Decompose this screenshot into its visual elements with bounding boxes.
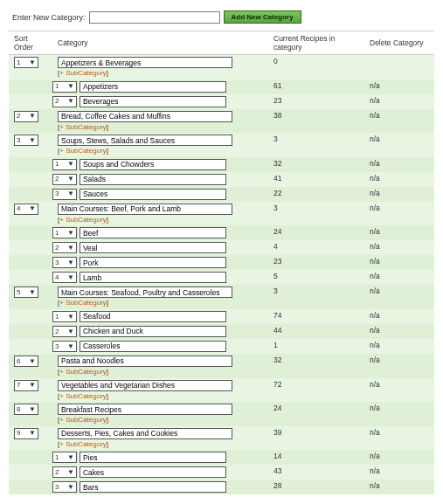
sort-order-select[interactable]: 2▼ <box>52 96 77 107</box>
chevron-down-icon: ▼ <box>67 97 74 106</box>
sort-order-select[interactable]: 2▼ <box>52 326 77 337</box>
sort-order-select[interactable]: 5▼ <box>14 287 38 298</box>
sort-order-select[interactable]: 3▼ <box>52 257 77 268</box>
subcategory-row: 3▼ 23 n/a <box>9 255 434 270</box>
add-subcategory-link[interactable]: [+ SubCategory] <box>58 416 108 424</box>
delete-cell[interactable]: n/a <box>370 257 380 266</box>
category-row: 6▼ [+ SubCategory] 32 n/a <box>9 354 434 378</box>
add-subcategory-link[interactable]: [+ SubCategory] <box>58 368 108 376</box>
add-subcategory-link[interactable]: [+ SubCategory] <box>58 147 108 155</box>
delete-cell[interactable]: n/a <box>370 81 380 90</box>
category-name-input[interactable] <box>58 356 232 367</box>
sort-order-select[interactable]: 3▼ <box>52 481 77 493</box>
category-name-input[interactable] <box>58 287 232 298</box>
sort-order-select[interactable]: 1▼ <box>52 227 77 238</box>
sort-order-select[interactable]: 8▼ <box>14 404 38 415</box>
recipe-count: 43 <box>273 466 281 475</box>
subcategory-name-input[interactable] <box>80 96 226 107</box>
chevron-down-icon: ▼ <box>67 160 74 169</box>
recipe-count: 23 <box>273 257 281 266</box>
delete-cell[interactable]: n/a <box>370 356 380 364</box>
delete-cell[interactable]: n/a <box>370 159 380 168</box>
delete-cell[interactable]: n/a <box>370 481 380 490</box>
chevron-down-icon: ▼ <box>67 483 74 492</box>
delete-cell[interactable]: n/a <box>370 311 380 320</box>
sort-order-select[interactable]: 3▼ <box>52 189 77 200</box>
subcategory-name-input[interactable] <box>80 189 226 200</box>
recipe-count: 41 <box>273 174 281 183</box>
subcategory-name-input[interactable] <box>80 466 226 478</box>
subcategory-name-input[interactable] <box>80 452 226 463</box>
add-subcategory-link[interactable]: [+ SubCategory] <box>58 440 108 448</box>
category-row: 8▼ [+ SubCategory] 24 n/a <box>9 402 434 426</box>
delete-cell[interactable]: n/a <box>370 341 380 349</box>
subcategory-row: 2▼ 23 n/a <box>9 94 434 109</box>
delete-cell[interactable]: n/a <box>370 111 380 120</box>
subcategory-name-input[interactable] <box>80 257 226 268</box>
sort-order-select[interactable]: 1▼ <box>52 311 77 322</box>
chevron-down-icon: ▼ <box>29 288 36 297</box>
delete-cell[interactable]: n/a <box>370 466 380 475</box>
subcategory-name-input[interactable] <box>80 481 226 493</box>
delete-cell[interactable]: n/a <box>370 227 380 236</box>
delete-cell[interactable]: n/a <box>370 135 380 143</box>
sort-order-select[interactable]: 6▼ <box>14 356 38 367</box>
subcategory-name-input[interactable] <box>80 227 226 238</box>
delete-cell[interactable]: n/a <box>370 96 380 105</box>
add-subcategory-link[interactable]: [+ SubCategory] <box>58 69 108 77</box>
sort-order-select[interactable]: 4▼ <box>14 204 38 215</box>
subcategory-name-input[interactable] <box>80 311 226 322</box>
add-new-category-button[interactable]: Add New Category <box>224 10 301 24</box>
sort-order-select[interactable]: 1▼ <box>52 159 77 170</box>
delete-cell[interactable]: n/a <box>370 272 380 280</box>
subcategory-name-input[interactable] <box>80 272 226 283</box>
sort-order-select[interactable]: 1▼ <box>52 452 77 463</box>
subcategory-name-input[interactable] <box>80 174 226 185</box>
chevron-down-icon: ▼ <box>67 244 74 252</box>
new-category-row: Enter New Category: Add New Category <box>9 9 434 25</box>
add-subcategory-link[interactable]: [+ SubCategory] <box>58 123 108 131</box>
category-name-input[interactable] <box>58 204 232 215</box>
category-row: 3▼ [+ SubCategory] 3 n/a <box>9 133 434 157</box>
subcategory-name-input[interactable] <box>80 341 226 352</box>
delete-cell[interactable]: n/a <box>370 380 380 389</box>
delete-cell[interactable]: n/a <box>370 404 380 412</box>
sort-order-select[interactable]: 2▼ <box>14 111 38 122</box>
sort-order-select[interactable]: 3▼ <box>14 135 38 146</box>
sort-order-select[interactable]: 2▼ <box>52 242 77 253</box>
add-subcategory-link[interactable]: [+ SubCategory] <box>58 216 108 224</box>
delete-cell[interactable]: n/a <box>370 174 380 183</box>
delete-cell[interactable]: n/a <box>370 326 380 335</box>
sort-order-select[interactable]: 9▼ <box>14 428 38 439</box>
sort-order-select[interactable]: 1▼ <box>52 81 77 93</box>
delete-cell[interactable]: n/a <box>370 287 380 295</box>
add-subcategory-link[interactable]: [+ SubCategory] <box>58 392 108 400</box>
add-subcategory-link[interactable]: [+ SubCategory] <box>58 299 108 307</box>
sort-order-select[interactable]: 2▼ <box>52 174 77 185</box>
category-name-input[interactable] <box>58 404 232 415</box>
sort-order-select[interactable]: 2▼ <box>52 466 77 478</box>
category-name-input[interactable] <box>58 428 232 439</box>
subcategory-name-input[interactable] <box>80 159 226 170</box>
category-name-input[interactable] <box>58 135 232 146</box>
delete-cell[interactable]: n/a <box>370 242 380 251</box>
sort-order-select[interactable]: 1▼ <box>14 57 38 68</box>
delete-cell[interactable]: n/a <box>370 428 380 437</box>
category-name-input[interactable] <box>58 57 232 68</box>
category-name-input[interactable] <box>58 380 232 391</box>
sort-order-select[interactable]: 7▼ <box>14 380 38 391</box>
subcategory-name-input[interactable] <box>80 81 226 93</box>
sort-order-select[interactable]: 4▼ <box>52 272 77 283</box>
recipe-count: 24 <box>273 404 281 412</box>
new-category-input[interactable] <box>89 11 220 24</box>
delete-cell[interactable]: n/a <box>370 204 380 212</box>
category-name-input[interactable] <box>58 111 232 122</box>
sort-order-select[interactable]: 3▼ <box>52 341 77 352</box>
delete-cell[interactable]: n/a <box>370 452 380 460</box>
subcategory-name-input[interactable] <box>80 326 226 337</box>
subcategory-row: 2▼ 4 n/a <box>9 240 434 255</box>
chevron-down-icon: ▼ <box>29 136 36 145</box>
delete-cell[interactable]: n/a <box>370 189 380 197</box>
col-count: Current Recipes in category <box>268 31 364 55</box>
subcategory-name-input[interactable] <box>80 242 226 253</box>
